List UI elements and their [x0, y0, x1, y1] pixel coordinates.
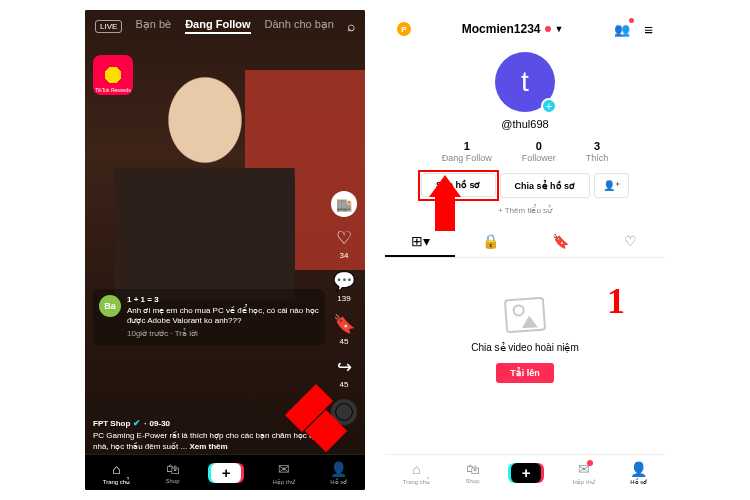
- nav-inbox[interactable]: ✉ Hộp thư: [268, 459, 298, 487]
- profile-screen: P Mocmien1234 ▼ ≡ t + @thul698 1 Đang Fo…: [385, 10, 665, 490]
- lock-icon: 🔒: [482, 233, 499, 249]
- see-more[interactable]: Xem thêm: [189, 442, 227, 451]
- p-badge-icon[interactable]: P: [397, 22, 411, 36]
- profile-stats: 1 Đang Follow 0 Follower 3 Thích: [385, 140, 665, 163]
- share-profile-button[interactable]: Chia sẻ hồ sơ: [500, 173, 591, 198]
- username[interactable]: @thul698: [385, 118, 665, 130]
- home-icon: ⌂: [412, 461, 420, 477]
- bookmark-tab-icon: 🔖: [552, 233, 569, 249]
- profile-actions: Sửa hồ sơ Chia sẻ hồ sơ 👤⁺: [385, 173, 665, 198]
- image-placeholder-icon: [504, 297, 546, 334]
- inbox-icon: ✉: [578, 461, 590, 477]
- tab-foryou[interactable]: Dành cho bạn: [265, 18, 334, 34]
- profile-name-dropdown[interactable]: Mocmien1234 ▼: [462, 22, 564, 36]
- shop-icon: 🛍: [166, 461, 180, 477]
- comment-button[interactable]: 💬 139: [333, 270, 355, 303]
- profile-icon: 👤: [630, 461, 647, 477]
- tab-saved[interactable]: 🔖: [525, 227, 595, 257]
- tab-posts[interactable]: ⊞▾: [385, 227, 455, 257]
- commenter-avatar[interactable]: Ba: [99, 295, 121, 317]
- verified-icon: ✔: [133, 417, 141, 430]
- video-caption: FPT Shop ✔ · 09-30 PC Gaming E-Power rất…: [93, 417, 325, 452]
- inbox-icon: ✉: [278, 461, 290, 477]
- add-avatar-icon[interactable]: +: [541, 98, 557, 114]
- creator-avatar[interactable]: 🏬: [331, 191, 357, 217]
- search-icon[interactable]: ⌕: [347, 18, 355, 34]
- action-rail: 🏬 ♡ 34 💬 139 🔖 45 ↪ 45: [331, 191, 357, 425]
- bookmark-icon: 🔖: [333, 313, 355, 335]
- nav-profile[interactable]: 👤 Hồ sơ: [326, 459, 351, 487]
- shop-icon: 🛍: [466, 461, 480, 477]
- comment-icon: 💬: [333, 270, 355, 292]
- bookmark-button[interactable]: 🔖 45: [333, 313, 355, 346]
- tab-private[interactable]: 🔒: [455, 227, 525, 257]
- empty-title: Chia sẻ video hoài niệm: [385, 342, 665, 353]
- live-icon[interactable]: LIVE: [95, 20, 122, 33]
- commenter-name: 1 + 1 = 3: [127, 295, 319, 305]
- featured-comment[interactable]: Ba 1 + 1 = 3 Anh ơi mẹ em cho mua PC về …: [93, 289, 325, 345]
- rewards-badge[interactable]: TikTok Rewards: [93, 55, 133, 95]
- nav-create[interactable]: +: [511, 463, 541, 483]
- bottom-nav: ⌂ Trang chủ 🛍 Shop + ✉ Hộp thư 👤 Hồ sơ: [385, 454, 665, 490]
- feed-screen: LIVE Bạn bè Đang Follow Dành cho bạn ⌕ T…: [85, 10, 365, 490]
- bottom-nav: ⌂ Trang chủ 🛍 Shop + ✉ Hộp thư 👤 Hồ sơ: [85, 454, 365, 490]
- notification-dot: [545, 26, 551, 32]
- post-date: 09-30: [150, 418, 170, 429]
- content-tabs: ⊞▾ 🔒 🔖 ♡: [385, 227, 665, 258]
- tab-friends[interactable]: Bạn bè: [135, 18, 171, 34]
- profile-icon: 👤: [330, 461, 347, 477]
- comment-time: 10giờ trước: [127, 329, 168, 338]
- stat-following[interactable]: 1 Đang Follow: [442, 140, 492, 163]
- nav-shop[interactable]: 🛍 Shop: [162, 459, 184, 486]
- share-button[interactable]: ↪ 45: [337, 356, 352, 389]
- nav-home[interactable]: ⌂ Trang chủ: [399, 459, 434, 487]
- chevron-down-icon: ▼: [555, 24, 564, 34]
- top-bar: LIVE Bạn bè Đang Follow Dành cho bạn ⌕: [85, 18, 365, 34]
- add-user-icon: 👤⁺: [603, 180, 620, 191]
- nav-inbox[interactable]: ✉ Hộp thư: [568, 459, 598, 487]
- heart-tab-icon: ♡: [624, 233, 637, 249]
- nav-profile[interactable]: 👤 Hồ sơ: [626, 459, 651, 487]
- upload-button[interactable]: Tải lên: [496, 363, 554, 383]
- stat-followers[interactable]: 0 Follower: [522, 140, 556, 163]
- tab-following[interactable]: Đang Follow: [185, 18, 250, 34]
- profile-avatar[interactable]: t +: [495, 52, 555, 112]
- step-number: 1: [607, 280, 625, 322]
- reply-link[interactable]: Trả lời: [175, 329, 198, 338]
- home-icon: ⌂: [112, 461, 120, 477]
- add-bio-link[interactable]: + Thêm tiểu sử: [385, 206, 665, 215]
- feed-grid-icon: ⊞▾: [411, 233, 430, 249]
- like-button[interactable]: ♡ 34: [336, 227, 352, 260]
- heart-icon: ♡: [336, 227, 352, 249]
- comment-body: Anh ơi mẹ em cho mua PC về để học, có cá…: [127, 306, 319, 327]
- tab-liked[interactable]: ♡: [595, 227, 665, 257]
- find-friends-icon[interactable]: [614, 20, 632, 38]
- add-friends-button[interactable]: 👤⁺: [594, 173, 629, 198]
- profile-header: P Mocmien1234 ▼ ≡: [385, 10, 665, 48]
- nav-shop[interactable]: 🛍 Shop: [462, 459, 484, 486]
- share-icon: ↪: [337, 356, 352, 378]
- nav-home[interactable]: ⌂ Trang chủ: [99, 459, 134, 487]
- menu-icon[interactable]: ≡: [644, 21, 653, 38]
- nav-create[interactable]: +: [211, 463, 241, 483]
- stat-likes[interactable]: 3 Thích: [586, 140, 609, 163]
- creator-name[interactable]: FPT Shop ✔ · 09-30: [93, 417, 170, 430]
